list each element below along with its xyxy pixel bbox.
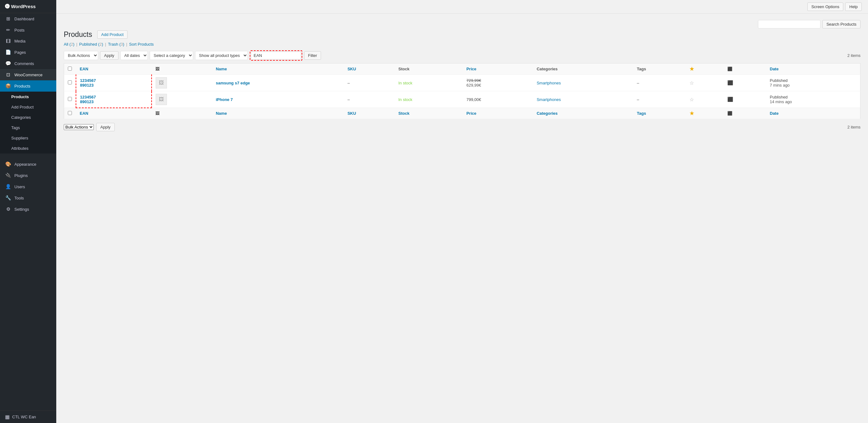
date-column-header[interactable]: Date bbox=[766, 63, 861, 75]
filter-published-link[interactable]: Published (2) bbox=[79, 42, 103, 47]
product-type-filter-select[interactable]: Show all product types bbox=[195, 51, 248, 60]
page-header: Products Add Product bbox=[64, 30, 861, 39]
add-product-button[interactable]: Add Product bbox=[97, 30, 128, 39]
topbar: Screen Options Help bbox=[56, 0, 868, 14]
cube-icon[interactable]: ⬛ bbox=[727, 80, 733, 85]
sidebar-submenu-add-product[interactable]: Add Product bbox=[0, 102, 56, 112]
categories-column-footer: Categories bbox=[533, 108, 633, 119]
sidebar-brand: 🅦 WordPress bbox=[0, 0, 56, 13]
date-ago: 7 mins ago bbox=[770, 83, 790, 88]
sku-column-header[interactable]: SKU bbox=[344, 63, 395, 75]
sidebar-item-users[interactable]: 👤 Users bbox=[0, 181, 56, 192]
ctl-wc-ean-item[interactable]: ▦ CTL WC Ean bbox=[0, 411, 56, 423]
sidebar-item-dashboard[interactable]: ⊞ Dashboard bbox=[0, 13, 56, 24]
filter-button[interactable]: Filter bbox=[304, 51, 321, 60]
product-image: 🖼 bbox=[156, 77, 167, 89]
sidebar-item-posts[interactable]: ✏ Posts bbox=[0, 24, 56, 36]
sidebar-item-label: Tools bbox=[14, 196, 24, 201]
sidebar-item-label: Posts bbox=[14, 28, 25, 32]
featured-star-empty-icon[interactable]: ☆ bbox=[689, 97, 694, 102]
sidebar-item-pages[interactable]: 📄 Pages bbox=[0, 47, 56, 58]
settings-icon: ⚙ bbox=[5, 206, 11, 212]
sidebar-item-tools[interactable]: 🔧 Tools bbox=[0, 192, 56, 204]
sidebar-submenu-categories[interactable]: Categories bbox=[0, 112, 56, 123]
row-checkbox[interactable] bbox=[68, 80, 72, 84]
featured-column-footer: ★ bbox=[686, 108, 723, 119]
featured-star-icon: ★ bbox=[689, 66, 694, 71]
select-all-checkbox[interactable] bbox=[68, 67, 72, 71]
sidebar-submenu-suppliers[interactable]: Suppliers bbox=[0, 133, 56, 143]
row-checkbox[interactable] bbox=[68, 97, 72, 101]
ean-cell: 1234567890123 bbox=[76, 75, 152, 91]
select-all-checkbox-bottom[interactable] bbox=[68, 111, 72, 115]
product-name-link[interactable]: samsung s7 edge bbox=[216, 81, 250, 85]
featured-star-empty-icon[interactable]: ☆ bbox=[689, 80, 694, 86]
sidebar-item-woocommerce[interactable]: ⊡ WooCommerce bbox=[0, 69, 56, 80]
sidebar-item-media[interactable]: 🎞 Media bbox=[0, 36, 56, 47]
date-cell: Published7 mins ago bbox=[766, 75, 861, 91]
price-column-header[interactable]: Price bbox=[463, 63, 533, 75]
category-link[interactable]: Smartphones bbox=[537, 97, 561, 102]
main-content: Screen Options Help Search Products Prod… bbox=[56, 0, 868, 423]
categories-column-header: Categories bbox=[533, 63, 633, 75]
cube-icon[interactable]: ⬛ bbox=[727, 97, 733, 102]
tags-column-footer: Tags bbox=[633, 108, 686, 119]
product-image: 🖼 bbox=[156, 94, 167, 105]
filter-all-link[interactable]: All (2) bbox=[64, 42, 74, 47]
ean-filter-input[interactable] bbox=[251, 52, 301, 59]
apply-bottom-button[interactable]: Apply bbox=[96, 123, 115, 131]
table-row: 1234567890123🖼iPhone 7–In stock799,00€Sm… bbox=[64, 91, 861, 108]
sidebar-item-appearance[interactable]: 🎨 Appearance bbox=[0, 158, 56, 170]
category-link[interactable]: Smartphones bbox=[537, 81, 561, 85]
bulk-actions-select-bottom[interactable]: Bulk Actions bbox=[64, 124, 94, 130]
product-name-link[interactable]: iPhone 7 bbox=[216, 97, 232, 102]
date-filter-select[interactable]: All dates bbox=[120, 51, 148, 60]
date-status: Published bbox=[770, 78, 788, 83]
sidebar-item-plugins[interactable]: 🔌 Plugins bbox=[0, 170, 56, 181]
sku-cell: – bbox=[344, 75, 395, 91]
name-column-header[interactable]: Name bbox=[212, 63, 343, 75]
submenu-products-label: Products bbox=[11, 94, 29, 99]
cube-cell[interactable]: ⬛ bbox=[723, 91, 766, 108]
price-cell: 729,99€629,99€ bbox=[463, 75, 533, 91]
sub-nav: All (2) | Published (2) | Trash (3) | So… bbox=[64, 42, 861, 47]
sidebar-item-label: Products bbox=[14, 84, 30, 89]
help-button[interactable]: Help bbox=[845, 2, 862, 11]
tags-column-header: Tags bbox=[633, 63, 686, 75]
search-bar: Search Products bbox=[64, 20, 861, 28]
sidebar-item-label: Plugins bbox=[14, 173, 28, 178]
select-all-th-bottom bbox=[64, 108, 76, 119]
sidebar-submenu-attributes[interactable]: Attributes bbox=[0, 143, 56, 153]
apply-top-button[interactable]: Apply bbox=[100, 51, 119, 60]
sidebar-item-label: Users bbox=[14, 184, 25, 189]
search-products-input[interactable] bbox=[758, 20, 820, 28]
product-image-cell: 🖼 bbox=[152, 91, 212, 108]
sidebar-submenu-products[interactable]: Products bbox=[0, 92, 56, 102]
posts-icon: ✏ bbox=[5, 27, 11, 33]
featured-cell[interactable]: ☆ bbox=[686, 75, 723, 91]
bulk-actions-select[interactable]: Bulk Actions bbox=[64, 51, 98, 60]
tools-icon: 🔧 bbox=[5, 195, 11, 201]
product-name-cell: samsung s7 edge bbox=[212, 75, 343, 91]
search-products-button[interactable]: Search Products bbox=[823, 20, 861, 28]
category-filter-select[interactable]: Select a category bbox=[150, 51, 193, 60]
screen-options-button[interactable]: Screen Options bbox=[807, 2, 844, 11]
sidebar-item-comments[interactable]: 💬 Comments bbox=[0, 58, 56, 69]
sidebar-submenu-tags[interactable]: Tags bbox=[0, 123, 56, 133]
comments-icon: 💬 bbox=[5, 61, 11, 66]
cube-cell[interactable]: ⬛ bbox=[723, 75, 766, 91]
stock-column-footer: Stock bbox=[395, 108, 463, 119]
dashboard-icon: ⊞ bbox=[5, 16, 11, 22]
filter-trash-link[interactable]: Trash (3) bbox=[108, 42, 124, 47]
submenu-categories-label: Categories bbox=[11, 115, 31, 120]
ctl-label: CTL WC Ean bbox=[12, 415, 36, 419]
sort-products-link[interactable]: Sort Products bbox=[129, 42, 154, 47]
sidebar-item-label: Appearance bbox=[14, 162, 36, 167]
sidebar-item-products[interactable]: 📦 Products bbox=[0, 80, 56, 92]
featured-cell[interactable]: ☆ bbox=[686, 91, 723, 108]
featured-column-header[interactable]: ★ bbox=[686, 63, 723, 75]
products-table: EAN 🖼 Name SKU Stock Price bbox=[64, 63, 861, 119]
bulk-actions-bottom-bar: Bulk Actions Apply 2 items bbox=[64, 120, 861, 134]
sidebar-item-settings[interactable]: ⚙ Settings bbox=[0, 204, 56, 215]
ean-column-header[interactable]: EAN bbox=[76, 63, 152, 75]
